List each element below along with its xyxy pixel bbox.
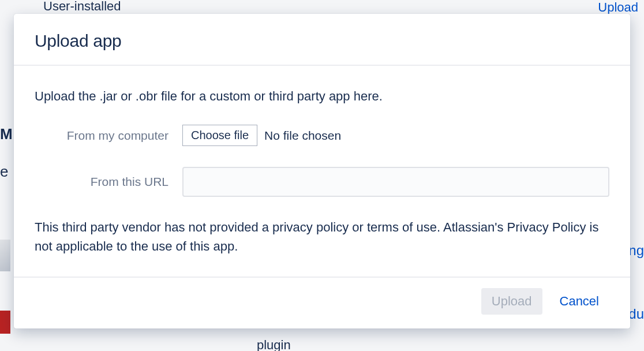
cropped-text-plugin: plugin xyxy=(257,338,291,351)
privacy-disclaimer-text: This third party vendor has not provided… xyxy=(35,218,609,256)
upload-app-link-partial: Upload xyxy=(598,0,638,15)
upload-button[interactable]: Upload xyxy=(481,288,542,315)
cropped-text-m: M xyxy=(0,125,13,143)
from-computer-row: From my computer Choose file No file cho… xyxy=(35,125,609,146)
cropped-text-e: e xyxy=(0,163,8,181)
from-url-row: From this URL xyxy=(35,167,609,197)
background-thumbnail xyxy=(0,240,10,271)
cropped-text-ng: ng xyxy=(628,242,644,259)
modal-body: Upload the .jar or .obr file for a custo… xyxy=(14,66,630,277)
dropdown-visible-text: User-installed xyxy=(43,0,121,14)
url-input[interactable] xyxy=(182,167,609,197)
cancel-button[interactable]: Cancel xyxy=(549,288,609,315)
from-computer-label: From my computer xyxy=(35,129,182,143)
modal-footer: Upload Cancel xyxy=(14,278,630,328)
upload-instruction-text: Upload the .jar or .obr file for a custo… xyxy=(35,89,609,104)
modal-title: Upload app xyxy=(35,31,609,51)
cropped-text-du: du xyxy=(628,306,644,322)
modal-header: Upload app xyxy=(14,14,630,65)
file-picker: Choose file No file chosen xyxy=(182,125,341,146)
background-red-icon xyxy=(0,311,10,334)
from-url-label: From this URL xyxy=(35,175,182,189)
file-chosen-status: No file chosen xyxy=(264,129,341,143)
upload-app-modal: Upload app Upload the .jar or .obr file … xyxy=(14,14,630,328)
choose-file-button[interactable]: Choose file xyxy=(182,125,257,146)
